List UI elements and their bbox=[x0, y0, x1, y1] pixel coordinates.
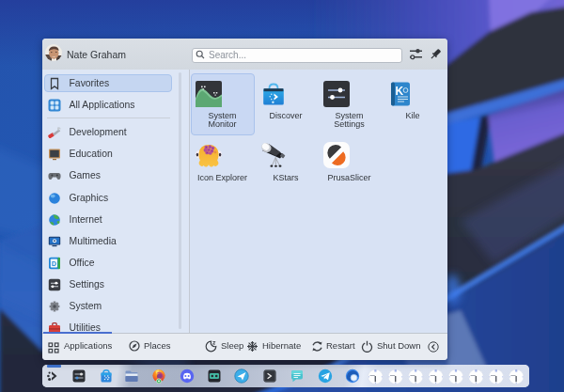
svg-text:D: D bbox=[52, 259, 56, 266]
svg-text:K: K bbox=[395, 84, 403, 97]
